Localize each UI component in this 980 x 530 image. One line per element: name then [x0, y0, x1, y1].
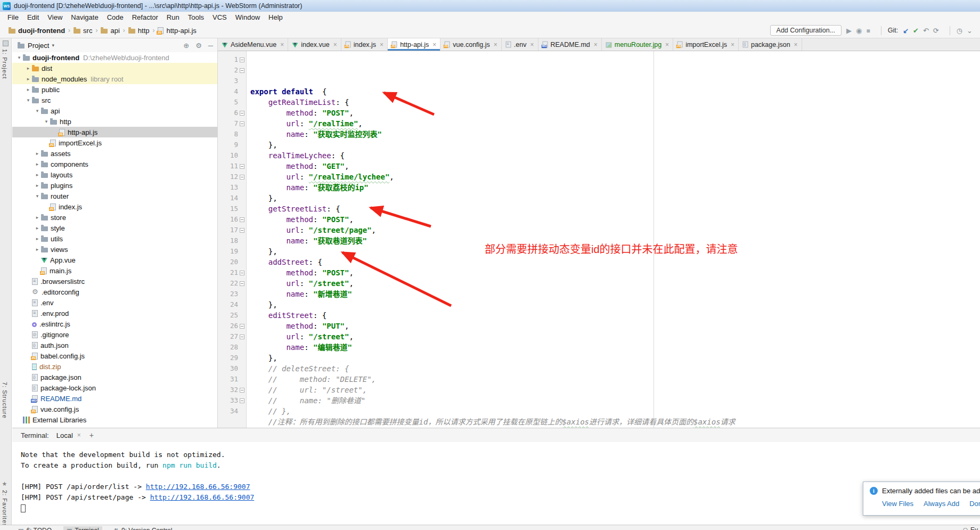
revert-icon[interactable] [923, 27, 929, 35]
fold-marker[interactable] [240, 281, 244, 286]
notification-action-always-add[interactable]: Always Add [924, 500, 959, 508]
tree-item-duoji-frontend[interactable]: ▾duoji-frontendD:\zheheWeb\duoji-fronten… [12, 52, 217, 63]
tab-asidemenu-vue[interactable]: AsideMenu.vue× [218, 38, 288, 51]
clock-icon[interactable] [957, 27, 962, 35]
terminal-link[interactable]: http://192.168.66.56:9007 [150, 493, 255, 501]
close-icon[interactable]: × [794, 41, 798, 48]
close-icon[interactable]: × [333, 41, 337, 48]
project-header-icon-1[interactable]: ⚙ [195, 42, 202, 50]
tree-item-gitignore[interactable]: .gitignore [12, 329, 217, 340]
close-icon[interactable]: × [380, 41, 383, 48]
tree-item-app-vue[interactable]: App.vue [12, 255, 217, 265]
tree-expand-arrow-icon[interactable]: ▸ [34, 225, 41, 231]
tree-item-eslintrc-js[interactable]: .eslintrc.js [12, 319, 217, 329]
tree-item-store[interactable]: ▸store [12, 212, 217, 223]
notification-action-view-files[interactable]: View Files [882, 500, 913, 508]
update-icon[interactable] [903, 27, 909, 35]
fold-marker[interactable] [240, 58, 244, 62]
close-icon[interactable]: × [530, 41, 534, 48]
tab-importexcel-js[interactable]: importExcel.js× [673, 38, 739, 51]
fold-marker[interactable] [240, 175, 244, 180]
terminal-output[interactable]: Note that the development build is not o… [12, 442, 980, 513]
tab-index-vue[interactable]: index.vue× [288, 38, 341, 51]
tree-item-dist-zip[interactable]: dist.zip [12, 361, 217, 372]
tree-item-main-js[interactable]: main.js [12, 265, 217, 276]
new-terminal-button[interactable]: + [85, 431, 98, 439]
tree-item-package-lock-json[interactable]: package-lock.json [12, 382, 217, 393]
tool-window-switcher-icon[interactable] [3, 40, 9, 46]
commit-icon[interactable] [913, 27, 919, 35]
tree-expand-arrow-icon[interactable]: ▸ [34, 215, 41, 220]
tree-collapse-arrow-icon[interactable]: ▾ [34, 193, 41, 199]
tree-item-index-js[interactable]: index.js [12, 201, 217, 212]
tree-item-http-api-js[interactable]: http-api.js [12, 127, 217, 137]
tree-expand-arrow-icon[interactable]: ▸ [24, 66, 32, 71]
tool-strip-favorites[interactable]: 2: Favorites [2, 480, 9, 527]
fold-marker[interactable] [240, 324, 244, 329]
tree-expand-arrow-icon[interactable]: ▸ [34, 183, 41, 188]
tree-expand-arrow-icon[interactable]: ▸ [34, 247, 41, 252]
tool-strip-structure[interactable]: 7: Structure [2, 382, 8, 419]
project-header-icon-2[interactable]: ─ [208, 42, 213, 50]
close-icon[interactable]: × [280, 41, 284, 48]
fold-marker[interactable] [240, 217, 244, 222]
fold-marker[interactable] [240, 398, 244, 403]
tree-item-node-modules[interactable]: ▸node_moduleslibrary root [12, 74, 217, 84]
breadcrumb-src[interactable]: src [74, 27, 92, 35]
breadcrumb-duoji-frontend[interactable]: duoji-frontend [9, 27, 65, 35]
debug-icon[interactable] [856, 27, 862, 35]
breadcrumb-http-api-js[interactable]: http-api.js [158, 27, 196, 35]
tree-item-dist[interactable]: ▸dist [12, 63, 217, 74]
menu-edit[interactable]: Edit [23, 13, 43, 22]
chev-icon[interactable] [967, 27, 973, 35]
tree-expand-arrow-icon[interactable]: ▸ [34, 151, 41, 156]
history-icon[interactable] [933, 27, 939, 35]
project-panel-header[interactable]: Project ▾ ⊕⚙─ [12, 38, 217, 52]
tree-item-components[interactable]: ▸components [12, 159, 217, 169]
statusbar-terminal[interactable]: Terminal [63, 526, 102, 530]
tree-collapse-arrow-icon[interactable]: ▾ [24, 97, 32, 103]
tab-package-json[interactable]: package.json× [739, 38, 802, 51]
close-icon[interactable]: × [77, 431, 81, 439]
tree-item-env-prod[interactable]: .env.prod [12, 308, 217, 319]
breadcrumb-http[interactable]: http [128, 27, 150, 35]
menu-code[interactable]: Code [103, 13, 128, 22]
tree-item-src[interactable]: ▾src [12, 95, 217, 105]
breadcrumb-api[interactable]: api [101, 27, 119, 35]
close-icon[interactable]: × [594, 41, 598, 48]
tree-item-babel-config-js[interactable]: babel.config.js [12, 350, 217, 361]
tool-strip-project[interactable]: 1: Project [2, 49, 8, 79]
tree-collapse-arrow-icon[interactable]: ▾ [43, 119, 50, 124]
menu-refactor[interactable]: Refactor [128, 13, 162, 22]
tree-item-public[interactable]: ▸public [12, 84, 217, 95]
tree-item-package-json[interactable]: package.json [12, 372, 217, 382]
fold-marker[interactable] [240, 111, 244, 116]
tab-menurouter-jpg[interactable]: menuRouter.jpg× [602, 38, 673, 51]
tab-index-js[interactable]: index.js× [341, 38, 388, 51]
fold-marker[interactable] [240, 271, 244, 275]
menu-tools[interactable]: Tools [184, 13, 208, 22]
tree-item-env[interactable]: .env [12, 297, 217, 308]
menu-window[interactable]: Window [231, 13, 264, 22]
add-configuration-button[interactable]: Add Configuration... [770, 25, 842, 36]
tree-expand-arrow-icon[interactable]: ▸ [24, 76, 32, 81]
menu-file[interactable]: File [3, 13, 23, 22]
tree-item-api[interactable]: ▾api [12, 105, 217, 116]
fold-marker[interactable] [240, 121, 244, 126]
project-header-icon-0[interactable]: ⊕ [183, 42, 189, 50]
fold-marker[interactable] [240, 68, 244, 73]
terminal-link[interactable]: http://192.168.66.56:9007 [146, 483, 250, 491]
fold-marker[interactable] [240, 164, 244, 169]
tree-item-plugins[interactable]: ▸plugins [12, 180, 217, 191]
play-icon[interactable] [846, 27, 852, 35]
close-icon[interactable]: × [494, 41, 497, 48]
menu-navigate[interactable]: Navigate [67, 13, 102, 22]
tab-env[interactable]: .env× [502, 38, 538, 51]
tree-item-utils[interactable]: ▸utils [12, 233, 217, 244]
close-icon[interactable]: × [731, 41, 734, 48]
menu-view[interactable]: View [43, 13, 67, 22]
menu-help[interactable]: Help [264, 13, 287, 22]
fold-marker[interactable] [240, 388, 244, 393]
statusbar-6-todo[interactable]: 6: TODO [15, 526, 55, 530]
tab-http-api-js[interactable]: http-api.js× [388, 38, 440, 51]
